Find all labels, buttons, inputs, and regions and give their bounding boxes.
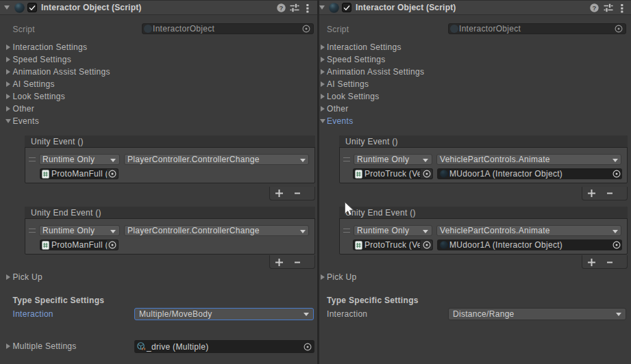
svg-text:?: ? xyxy=(592,4,596,12)
svg-text:?: ? xyxy=(279,4,283,12)
